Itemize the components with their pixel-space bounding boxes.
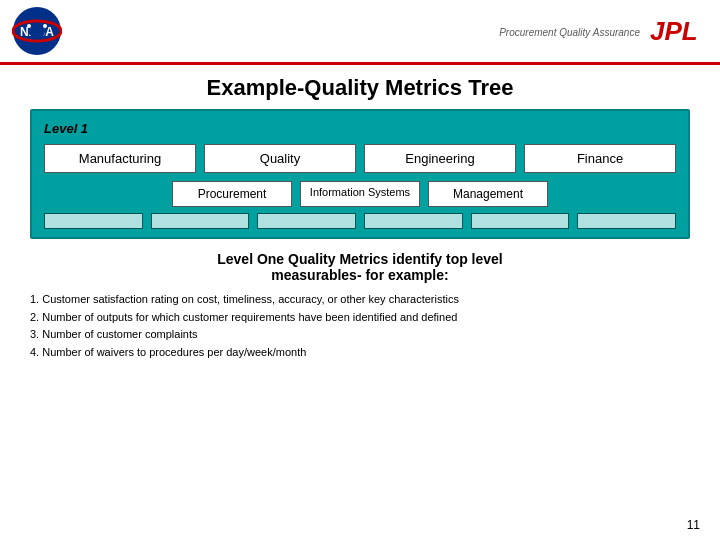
header-subtitle: Procurement Quality Assurance bbox=[499, 27, 640, 38]
bullet-3: 3. Number of customer complaints bbox=[30, 326, 690, 344]
level-label: Level 1 bbox=[44, 121, 676, 136]
header: NASA Procurement Quality Assurance JPL bbox=[0, 0, 720, 65]
summary-line1: Level One Quality Metrics identify top l… bbox=[0, 251, 720, 267]
node-engineering: Engineering bbox=[364, 144, 516, 173]
svg-point-3 bbox=[29, 23, 45, 39]
metrics-tree: Level 1 Manufacturing Quality Engineerin… bbox=[30, 109, 690, 239]
svg-point-5 bbox=[43, 24, 47, 28]
level2-row: Procurement Information Systems Manageme… bbox=[44, 181, 676, 207]
node-info-systems: Information Systems bbox=[300, 181, 420, 207]
jpl-logo: JPL bbox=[648, 16, 708, 46]
bullet-2: 2. Number of outputs for which customer … bbox=[30, 309, 690, 327]
header-center: Procurement Quality Assurance bbox=[62, 22, 648, 40]
node-procurement: Procurement bbox=[172, 181, 292, 207]
bullet-1: 1. Customer satisfaction rating on cost,… bbox=[30, 291, 690, 309]
bullet-4: 4. Number of waivers to procedures per d… bbox=[30, 344, 690, 362]
svg-point-4 bbox=[27, 24, 31, 28]
summary-text: Level One Quality Metrics identify top l… bbox=[0, 251, 720, 283]
node-manufacturing: Manufacturing bbox=[44, 144, 196, 173]
node-management: Management bbox=[428, 181, 548, 207]
level1-row: Manufacturing Quality Engineering Financ… bbox=[44, 144, 676, 173]
svg-text:JPL: JPL bbox=[650, 16, 698, 46]
node-finance: Finance bbox=[524, 144, 676, 173]
nasa-logo: NASA bbox=[12, 6, 62, 56]
level3-placeholder bbox=[44, 213, 676, 229]
page-number: 11 bbox=[687, 518, 700, 532]
summary-line2: measurables- for example: bbox=[0, 267, 720, 283]
page-title: Example-Quality Metrics Tree bbox=[0, 75, 720, 101]
node-quality: Quality bbox=[204, 144, 356, 173]
bullet-list: 1. Customer satisfaction rating on cost,… bbox=[30, 291, 690, 361]
